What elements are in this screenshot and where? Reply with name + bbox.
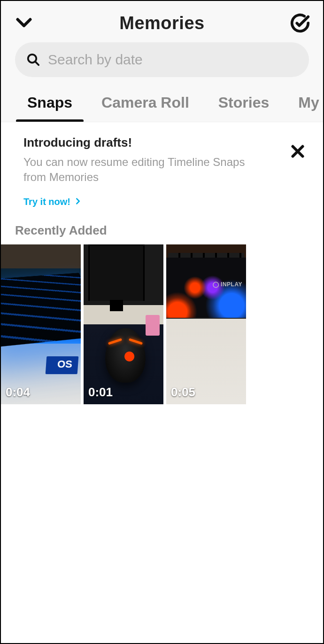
page-title: Memories (119, 13, 204, 33)
svg-line-1 (35, 62, 39, 65)
snap-thumbnail[interactable]: 0:01 (84, 244, 163, 404)
chevron-right-icon (74, 196, 82, 207)
search-icon (26, 53, 40, 67)
snap-duration: 0:01 (88, 385, 113, 400)
search-bar[interactable] (15, 42, 309, 77)
banner-title: Introducing drafts! (23, 135, 304, 150)
banner-cta-link[interactable]: Try it now! (23, 196, 82, 207)
close-chevron-icon[interactable] (13, 12, 35, 34)
thumbnail-image (84, 244, 163, 404)
tab-stories[interactable]: Stories (215, 87, 273, 122)
snap-grid: 0:04 0:01 ◯ INPLAY 0:05 (1, 244, 323, 404)
snap-thumbnail[interactable]: 0:04 (1, 244, 81, 404)
tabs: Snaps Camera Roll Stories My Eyes Only (1, 87, 323, 122)
section-title: Recently Added (1, 223, 323, 244)
banner-description: You can now resume editing Timeline Snap… (23, 155, 268, 185)
header: Memories (1, 1, 323, 42)
search-input[interactable] (48, 52, 298, 68)
tab-camera-roll[interactable]: Camera Roll (98, 87, 193, 122)
banner-close-icon[interactable] (289, 143, 306, 162)
thumbnail-image (1, 244, 81, 404)
snap-duration: 0:05 (171, 385, 195, 400)
thumbnail-image: ◯ INPLAY (166, 244, 246, 404)
tab-my-eyes-only[interactable]: My Eyes Only (294, 87, 323, 122)
recently-added-section: Recently Added 0:04 0:01 ◯ INPLAY 0:05 (1, 219, 323, 643)
snap-duration: 0:04 (6, 385, 30, 400)
select-mode-icon[interactable] (289, 12, 311, 34)
banner-cta-label: Try it now! (23, 196, 70, 207)
tab-snaps[interactable]: Snaps (23, 87, 76, 122)
snap-thumbnail[interactable]: ◯ INPLAY 0:05 (166, 244, 246, 404)
drafts-banner: Introducing drafts! You can now resume e… (1, 122, 323, 219)
